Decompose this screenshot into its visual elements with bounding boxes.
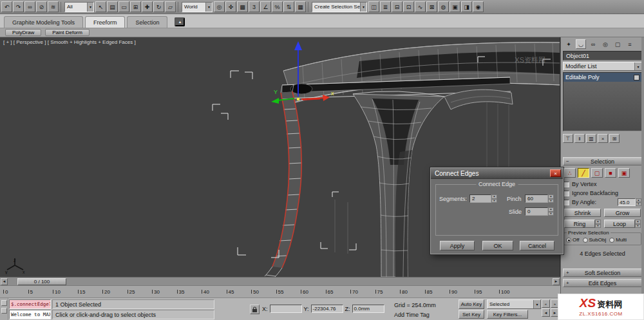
material-editor-icon[interactable]: ◍ [438, 1, 449, 12]
slide-spinner[interactable]: ▴ ▾ [548, 207, 554, 216]
select-object-icon[interactable]: ↖ [95, 1, 106, 12]
close-icon[interactable]: × [550, 169, 561, 177]
by-angle-spinner[interactable]: ▴ ▾ [636, 198, 641, 206]
selection-filter-dropdown[interactable]: All ▾ [64, 2, 94, 12]
layer-manager-icon[interactable]: ⊟ [392, 1, 402, 12]
chevron-down-icon[interactable]: ▾ [360, 3, 366, 12]
time-slider-handle[interactable]: 0 / 100 [17, 278, 66, 285]
select-by-name-icon[interactable]: ▤ [107, 1, 118, 12]
radio-icon[interactable] [566, 238, 571, 243]
by-angle-checkbox[interactable] [564, 200, 569, 205]
chevron-down-icon[interactable]: ▾ [205, 3, 212, 12]
mirror-icon[interactable]: ◫ [368, 1, 379, 12]
preview-radio[interactable]: SubObj [583, 237, 607, 243]
modifier-list-dropdown[interactable]: Modifier List ▾ [563, 62, 642, 71]
ring-spinner[interactable]: ▴ ▾ [595, 220, 601, 228]
ribbon-panel-button[interactable]: Paint Deform [45, 29, 90, 36]
ribbon-tab[interactable]: Graphite Modeling Tools [4, 16, 83, 28]
ribbon-tab[interactable]: Freeform [85, 16, 126, 28]
percent-snap-icon[interactable]: % [272, 1, 283, 12]
ring-button[interactable]: Ring [564, 220, 595, 228]
undo-icon[interactable]: ↶ [1, 1, 12, 12]
spinner-down-icon[interactable]: ▾ [491, 199, 497, 203]
spinner-down-icon[interactable]: ▾ [635, 224, 641, 229]
key-selection-dropdown[interactable]: Selected ▾ [487, 299, 541, 309]
soft-selection-rollout-header[interactable]: + Soft Selection [563, 268, 642, 277]
utilities-tab-icon[interactable]: ≡ [625, 39, 635, 49]
modifier-stack[interactable]: Editable Poly [563, 72, 642, 131]
viewport-label[interactable]: [ + ] [ Perspective ] [ Smooth + Highlig… [3, 39, 136, 45]
reference-coordinate-dropdown[interactable]: World ▾ [182, 2, 213, 12]
ok-button[interactable]: OK [482, 241, 513, 250]
pinch-field[interactable]: 60 [525, 194, 548, 203]
modifier-stack-row[interactable]: Editable Poly [564, 73, 641, 82]
modify-tab-icon[interactable]: ◡ [576, 39, 586, 49]
by-angle-value-field[interactable]: 45.0 [618, 198, 636, 206]
selection-region-icon[interactable]: ▭ [118, 1, 129, 12]
object-name-field[interactable]: Object01 [563, 51, 642, 61]
show-end-result-icon[interactable]: ‖ [574, 134, 585, 143]
ribbon-collapse-button[interactable]: ▴ [175, 17, 185, 26]
loop-spinner[interactable]: ▴ ▾ [635, 220, 641, 228]
curve-editor-icon[interactable]: ∿ [415, 1, 426, 12]
slide-field[interactable]: 0 [525, 207, 548, 216]
angle-snap-icon[interactable]: ∠ [260, 1, 271, 12]
edit-named-sets-icon[interactable]: ▦ [295, 1, 306, 12]
graphite-toggle-icon[interactable]: ⊡ [403, 1, 414, 12]
ignore-backfacing-checkbox[interactable] [564, 191, 569, 196]
panel-scrollbar[interactable] [641, 37, 644, 297]
spinner-down-icon[interactable]: ▾ [636, 202, 641, 206]
set-key-button[interactable]: Set Key [459, 310, 484, 319]
bind-spacewarp-icon[interactable]: ≋ [48, 1, 59, 12]
edit-edges-rollout-header[interactable]: + Edit Edges [563, 279, 642, 287]
connect-edges-dialog[interactable]: Connect Edges × Connect Edge Segments: 2… [430, 167, 564, 254]
chevron-down-icon[interactable]: ▾ [533, 300, 540, 308]
select-manipulate-icon[interactable]: ✜ [225, 1, 236, 12]
chevron-down-icon[interactable]: ▾ [87, 3, 93, 12]
render-production-icon[interactable]: ◉ [473, 1, 484, 12]
segments-field[interactable]: 2 [469, 194, 491, 203]
subobject-level-icon[interactable] [634, 75, 639, 80]
selection-rollout-header[interactable]: − Selection [563, 157, 642, 165]
edge-icon[interactable]: ╱ [578, 168, 589, 178]
listener-gutter-icon[interactable] [1, 308, 7, 314]
select-and-link-icon[interactable]: ∞ [24, 1, 35, 12]
add-time-tag[interactable]: Add Time Tag [394, 312, 430, 318]
track-right-arrow[interactable]: ► [553, 278, 560, 285]
spinner-down-icon[interactable]: ▾ [548, 212, 554, 216]
chevron-down-icon[interactable]: ▾ [634, 62, 641, 70]
make-unique-icon[interactable]: ▥ [586, 134, 596, 143]
border-icon[interactable]: ▢ [591, 168, 603, 178]
vertex-icon[interactable]: ∴ [564, 168, 576, 178]
segments-spinner[interactable]: ▴ ▾ [491, 194, 497, 203]
hierarchy-tab-icon[interactable]: ∞ [588, 39, 598, 49]
spinner-down-icon[interactable]: ▾ [595, 224, 601, 229]
element-icon[interactable]: ▣ [618, 168, 630, 178]
key-filters-button[interactable]: Key Filters... [487, 310, 528, 319]
maxscript-macro-line[interactable]: $.connectEdge? [9, 299, 51, 309]
maxscript-listener-line[interactable]: Welcome to MAX! [9, 310, 51, 319]
dialog-title-bar[interactable]: Connect Edges × [431, 168, 563, 179]
x-coord-field[interactable] [270, 305, 302, 313]
remove-modifier-icon[interactable]: × [598, 134, 608, 143]
motion-tab-icon[interactable]: ◎ [600, 39, 611, 49]
shrink-button[interactable]: Shrink [564, 209, 601, 217]
y-coord-field[interactable]: -22304.76 [311, 305, 343, 313]
configure-sets-icon[interactable]: ⊞ [609, 134, 620, 143]
keyboard-override-icon[interactable]: ▩ [237, 1, 248, 12]
play-backward-button[interactable]: ◄ [542, 308, 550, 317]
radio-icon[interactable] [583, 238, 588, 243]
preview-radio[interactable]: Multi [609, 237, 627, 243]
track-left-arrow[interactable]: ◄ [1, 278, 8, 285]
render-setup-icon[interactable]: ▣ [450, 1, 460, 12]
grow-button[interactable]: Grow [604, 209, 641, 217]
polygon-icon[interactable]: ■ [605, 168, 616, 178]
select-move-icon[interactable]: ✚ [142, 1, 153, 12]
window-crossing-icon[interactable]: ⊞ [130, 1, 141, 12]
create-tab-icon[interactable]: ✦ [564, 39, 574, 49]
pivot-center-icon[interactable]: ◎ [214, 1, 225, 12]
loop-button[interactable]: Loop [604, 220, 635, 228]
selection-lock-button[interactable] [250, 305, 260, 314]
radio-icon[interactable] [609, 238, 614, 243]
apply-button[interactable]: Apply [440, 241, 475, 250]
